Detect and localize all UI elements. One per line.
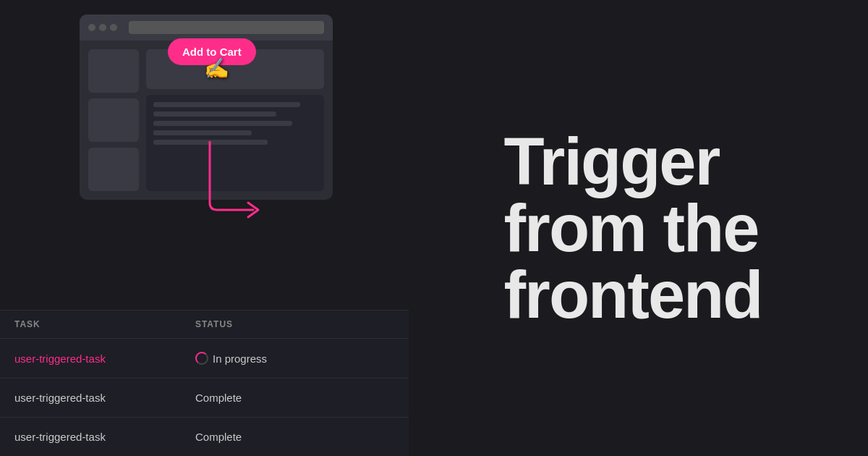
browser-titlebar [80, 14, 333, 41]
arrow-connector [206, 141, 264, 228]
browser-addressbar [129, 21, 324, 34]
task-table: TASK STATUS user-triggered-task In progr… [0, 310, 409, 456]
cursor-hand-icon: ✍️ [204, 56, 229, 80]
left-panel: Add to Cart ✍️ TASK STAT [0, 0, 412, 456]
column-header-task: TASK [14, 319, 195, 329]
browser-dot-2 [99, 24, 106, 31]
right-panel: Trigger from the frontend [412, 0, 868, 456]
status-label-1: In progress [213, 352, 267, 365]
status-label-3: Complete [195, 431, 242, 443]
headline: Trigger from the frontend [503, 128, 762, 328]
task-name-2: user-triggered-task [14, 392, 195, 404]
headline-line-2: from the [503, 195, 762, 261]
task-name-1: user-triggered-task [14, 352, 195, 365]
content-line-2 [153, 111, 276, 117]
spinner-icon [195, 352, 208, 365]
table-row: user-triggered-task Complete [0, 379, 409, 418]
task-status-2: Complete [195, 392, 242, 404]
content-line-4 [153, 130, 252, 135]
browser-sidebar [88, 49, 139, 191]
headline-line-3: frontend [503, 261, 762, 328]
browser-dot-3 [110, 24, 117, 31]
content-line-1 [153, 102, 300, 107]
task-status-3: Complete [195, 431, 242, 443]
sidebar-block-2 [88, 98, 139, 142]
status-label-2: Complete [195, 392, 242, 404]
content-line-3 [153, 121, 292, 126]
sidebar-block-3 [88, 148, 139, 191]
column-header-status: STATUS [195, 319, 233, 329]
table-row: user-triggered-task In progress [0, 339, 409, 379]
table-header: TASK STATUS [0, 311, 409, 339]
sidebar-block-1 [88, 49, 139, 93]
task-name-3: user-triggered-task [14, 431, 195, 443]
browser-dots [88, 24, 117, 31]
browser-dot-1 [88, 24, 95, 31]
browser-content-top: Add to Cart ✍️ [146, 49, 324, 89]
headline-line-1: Trigger [503, 128, 762, 195]
task-status-1: In progress [195, 352, 267, 365]
table-row: user-triggered-task Complete [0, 418, 409, 456]
